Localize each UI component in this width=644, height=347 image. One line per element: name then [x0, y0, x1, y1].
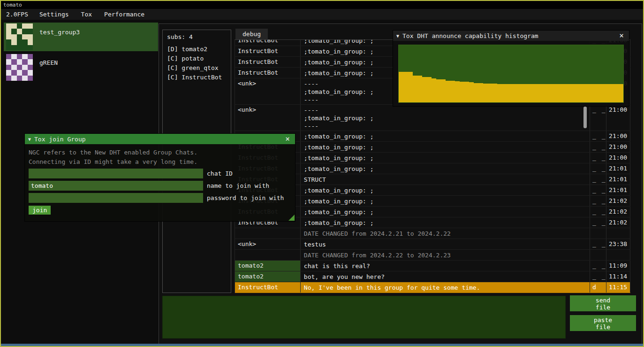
histogram-bar: [539, 84, 544, 102]
message-input[interactable]: [162, 296, 566, 339]
message-cell: ;tomato_in_group: ;: [301, 217, 590, 228]
histogram-bar: [497, 84, 502, 102]
histogram-bar: [483, 84, 488, 102]
sender-name-cell: <unk>: [235, 78, 301, 104]
status-cell: _ _: [590, 142, 606, 152]
status-cell: [590, 228, 606, 239]
time-cell: 21:01: [606, 163, 630, 174]
status-cell: _ _: [590, 153, 606, 163]
histogram-titlebar[interactable]: ▼ Tox DHT announce capability histogram …: [393, 31, 629, 41]
message-row[interactable]: <unk>testus_ _23:38: [235, 239, 630, 250]
time-cell: 21:02: [606, 196, 630, 206]
time-cell: 11:09: [606, 261, 630, 271]
sender-name-cell: tomato2: [235, 271, 301, 282]
chat-id-label: chat ID: [207, 170, 233, 177]
window-titlebar[interactable]: tomato: [1, 1, 643, 9]
fps-counter: 2.0FPS: [1, 11, 33, 18]
system-row: DATE CHANGED from 2024.2.21 to 2024.2.22: [235, 228, 630, 239]
histogram-bar: [530, 84, 535, 102]
close-icon[interactable]: ×: [283, 135, 292, 143]
chat-scrollbar[interactable]: [583, 107, 587, 128]
collapse-icon[interactable]: ▼: [396, 33, 399, 39]
chat-id-input[interactable]: [29, 169, 203, 178]
subs-member[interactable]: [C] InstructBot: [167, 73, 231, 82]
message-cell: ;tomato_in_group: ;: [301, 142, 590, 152]
join-button[interactable]: join: [29, 206, 51, 215]
time-cell: 11:14: [606, 271, 630, 282]
histogram-bar: [581, 84, 586, 102]
sender-name-cell: InstructBot: [235, 68, 301, 78]
paste-file-button[interactable]: pastefile: [570, 315, 636, 331]
sender-name-cell: InstructBot: [235, 40, 301, 46]
status-cell: _ _: [590, 271, 606, 282]
histogram-bar: [609, 84, 614, 102]
histogram-bar: [507, 84, 511, 102]
histogram-bar: [502, 84, 507, 102]
sender-name-cell: InstructBot: [235, 57, 301, 67]
message-cell: STRUCT: [301, 174, 590, 185]
status-cell: _ _: [590, 174, 606, 185]
sender-name-cell: [235, 228, 301, 239]
sender-name-cell: <unk>: [235, 105, 301, 131]
time-cell: [606, 228, 630, 239]
status-cell: _ _: [590, 261, 606, 271]
histogram-bar: [586, 84, 591, 102]
menu-items: SettingsToxPerformance: [33, 9, 151, 20]
subs-member[interactable]: [C] green_qtox: [167, 63, 231, 73]
message-cell: chat is this real?: [301, 261, 590, 271]
join-name-input[interactable]: [29, 181, 203, 191]
join-body: NGC refers to the New DHT enabled Group …: [25, 144, 295, 221]
histogram-window-title: Tox DHT announce capability histogram: [402, 32, 614, 39]
group-item-gREEN[interactable]: gREEN: [4, 53, 158, 82]
histogram-bar: [469, 82, 474, 102]
subs-count-label: subs: 4: [163, 30, 231, 45]
histogram-bar: [488, 84, 492, 102]
menu-item-tox[interactable]: Tox: [75, 11, 98, 18]
resize-grip[interactable]: [288, 215, 295, 221]
message-row[interactable]: <unk>----;tomato_in_group: ;----_ _21:00: [235, 105, 630, 131]
tab-debug[interactable]: debug: [235, 29, 268, 39]
status-cell: _ _: [590, 207, 606, 217]
close-icon[interactable]: ×: [617, 31, 626, 40]
menu-item-settings[interactable]: Settings: [33, 11, 75, 18]
group-list: test_group3gREEN: [4, 23, 158, 84]
histogram-bar: [478, 83, 483, 102]
group-item-test_group3[interactable]: test_group3: [4, 23, 158, 51]
status-cell: _ _: [590, 163, 606, 174]
subs-member-list: [D] tomato2[C] potato[C] green_qtox[C] I…: [163, 45, 231, 82]
time-cell: 21:00: [606, 142, 630, 152]
histogram-bar: [460, 82, 464, 102]
histogram-bar: [432, 78, 436, 102]
time-cell: 21:02: [606, 207, 630, 217]
join-hint-2: Connecting via ID might take a very long…: [29, 157, 291, 167]
message-cell: bot, are you new here?: [301, 271, 590, 282]
message-cell: ;tomato_in_group: ;: [301, 207, 590, 217]
histogram-bar: [521, 84, 525, 102]
status-cell: _ _: [590, 185, 606, 195]
menu-item-performance[interactable]: Performance: [98, 11, 151, 18]
message-row[interactable]: tomato2bot, are you new here?_ _11:14: [235, 271, 630, 282]
join-password-input[interactable]: [29, 193, 203, 203]
collapse-icon[interactable]: ▼: [28, 137, 31, 142]
histogram-bar: [535, 84, 539, 102]
message-cell: testus: [301, 239, 590, 249]
subs-member[interactable]: [D] tomato2: [167, 45, 231, 54]
time-cell: 21:00: [606, 105, 630, 131]
histogram-bar: [544, 84, 549, 102]
join-hint-1: NGC refers to the New DHT enabled Group …: [29, 148, 291, 157]
histogram-bar: [403, 72, 408, 102]
message-row[interactable]: InstructBotNo, I've been in this group f…: [235, 282, 630, 293]
histogram-plot: [398, 45, 624, 103]
status-cell: [590, 250, 606, 260]
histogram-bar: [436, 79, 441, 102]
join-name-label: name to join with: [207, 182, 269, 189]
send-file-button[interactable]: sendfile: [570, 295, 636, 311]
subs-member[interactable]: [C] potato: [167, 54, 231, 63]
histogram-bar: [558, 84, 562, 102]
message-cell: ;tomato_in_group: ;: [301, 153, 590, 163]
message-row[interactable]: tomato2chat is this real?_ _11:09: [235, 261, 630, 271]
histogram-bar: [455, 81, 460, 102]
time-cell: [606, 250, 630, 260]
message-cell: ;tomato_in_group: ;: [301, 185, 590, 195]
join-titlebar[interactable]: ▼ Tox join Group ×: [25, 134, 295, 144]
